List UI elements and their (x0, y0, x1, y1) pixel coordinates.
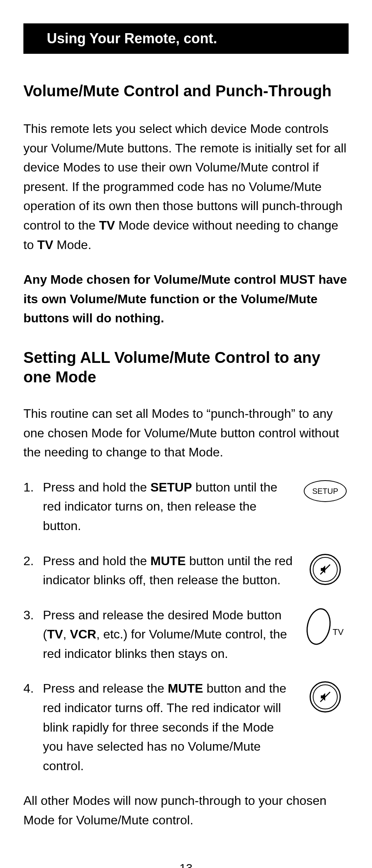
step-text: Press and release the MUTE button and th… (43, 679, 295, 776)
page-number: 13 (23, 861, 349, 868)
svg-line-0 (321, 564, 330, 574)
speaker-mute-icon (319, 564, 331, 575)
text: Press and release the (43, 681, 168, 695)
bold-setup: SETUP (151, 480, 192, 494)
step-number: 2. (23, 552, 36, 571)
mute-circle-icon (310, 681, 341, 712)
text: Press and hold the (43, 554, 151, 568)
warning-paragraph: Any Mode chosen for Volume/Mute control … (23, 270, 349, 328)
bold-vcr: VCR (70, 627, 96, 641)
tv-oval-icon (303, 606, 334, 647)
text: This remote lets you select which device… (23, 122, 346, 232)
step-text: Press and hold the SETUP button until th… (43, 478, 295, 536)
step-1: 1. Press and hold the SETUP button until… (23, 478, 349, 536)
setup-button-icon: SETUP (302, 478, 349, 502)
section2-intro: This routine can set all Modes to “punch… (23, 404, 349, 462)
bold-mute: MUTE (151, 554, 186, 568)
speaker-mute-icon (319, 691, 331, 703)
tv-label: TV (333, 627, 344, 637)
step-3: 3. Press and release the desired Mode bu… (23, 606, 349, 664)
mute-circle-icon (310, 554, 341, 585)
document-page: Using Your Remote, cont. Volume/Mute Con… (0, 0, 372, 868)
step-text: Press and release the desired Mode butto… (43, 606, 295, 664)
step-number: 3. (23, 606, 36, 625)
text: , (63, 627, 70, 641)
svg-line-1 (321, 692, 330, 702)
steps-list: 1. Press and hold the SETUP button until… (23, 478, 349, 776)
section-heading-2: Setting ALL Volume/Mute Control to any o… (23, 348, 349, 387)
intro-paragraph: This remote lets you select which device… (23, 119, 349, 255)
step-number: 4. (23, 679, 36, 698)
mute-button-icon (302, 679, 349, 712)
step-2: 2. Press and hold the MUTE button until … (23, 552, 349, 590)
step-number: 1. (23, 478, 36, 497)
closing-paragraph: All other Modes will now punch-through t… (23, 791, 349, 830)
tv-button-icon: TV (302, 606, 349, 645)
text: Mode. (53, 238, 91, 252)
text: Press and hold the (43, 480, 151, 494)
bold-tv: TV (99, 218, 115, 232)
bold-tv: TV (37, 238, 53, 252)
bold-mute: MUTE (168, 681, 203, 695)
setup-oval-label: SETUP (304, 480, 347, 502)
step-text: Press and hold the MUTE button until the… (43, 552, 295, 590)
step-4: 4. Press and release the MUTE button and… (23, 679, 349, 776)
mute-button-icon (302, 552, 349, 585)
section-heading-1: Volume/Mute Control and Punch-Through (23, 81, 349, 101)
header-bar: Using Your Remote, cont. (23, 23, 349, 54)
bold-tv: TV (47, 627, 63, 641)
